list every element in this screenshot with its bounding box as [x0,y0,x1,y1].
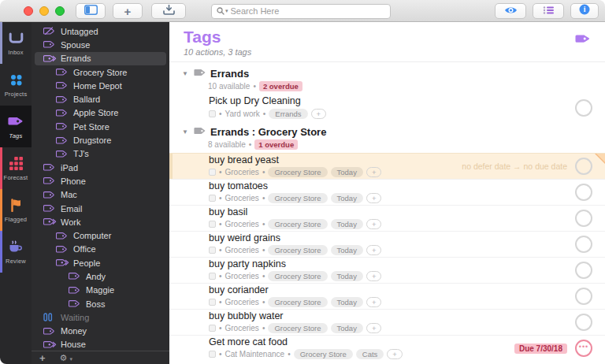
tag-pill[interactable]: Grocery Store [268,167,327,177]
task-row[interactable]: Pick up Dry Cleaning • Yard work • Erran… [169,95,605,121]
sidebar-item-house[interactable]: House [32,338,169,351]
task-row[interactable]: Get more cat food • Cat Maintenance • Gr… [169,335,605,361]
tag-pill[interactable]: Cats [356,349,384,359]
add-tag-pill[interactable]: + [366,219,382,229]
sidebar-item-computer[interactable]: Computer [32,228,169,242]
rail-item-forecast[interactable]: Forecast [0,147,32,189]
tag-pill[interactable]: Today [331,245,363,255]
tag-pill[interactable]: Today [331,297,363,307]
task-complete-circle[interactable] [575,314,592,331]
task-title: Pick up Dry Cleaning [209,96,567,107]
tag-pill[interactable]: Errands [269,109,307,119]
sidebar-item-label: Money [61,326,87,336]
tag-pill[interactable]: Today [331,193,363,203]
task-complete-circle[interactable] [575,236,592,253]
tag-pill[interactable]: Grocery Store [268,323,327,333]
task-row[interactable]: buy bread yeast • Groceries • Grocery St… [169,153,605,179]
section-header[interactable]: ▼ Errands : Grocery Store 8 available • … [169,121,605,153]
section-header[interactable]: ▼ Errands : Apple Store [169,361,605,364]
minimize-button[interactable] [39,6,49,16]
add-tag-pill[interactable]: + [366,245,382,255]
tag-pill[interactable]: Today [331,271,363,281]
task-row[interactable]: buy coriander • Groceries • Grocery Stor… [169,283,605,309]
sidebar-item-mac[interactable]: Mac [32,188,169,202]
search-input[interactable] [231,6,385,16]
view-options-button[interactable] [533,3,564,19]
sidebar-item-grocery-store[interactable]: Grocery Store [32,65,169,79]
task-row[interactable]: buy weird grains • Groceries • Grocery S… [169,231,605,257]
tag-pill[interactable]: Today [331,219,363,229]
sidebar-item-work[interactable]: Work [32,215,169,228]
sidebar-toggle-button[interactable] [76,3,106,19]
tag-pill[interactable]: Grocery Store [268,245,327,255]
sidebar-item-untagged[interactable]: Untagged [32,24,169,38]
sidebar-item-home-depot[interactable]: Home Depot [32,79,169,92]
task-title: Get more cat food [209,337,514,348]
zoom-button[interactable] [55,6,65,16]
sidebar-item-errands[interactable]: Errands [35,52,166,65]
task-complete-circle[interactable] [575,262,592,279]
sidebar-item-phone[interactable]: Phone [32,174,169,188]
sidebar-item-boss[interactable]: Boss [32,297,169,310]
rail-item-review[interactable]: Review [0,231,32,273]
sidebar-item-maggie[interactable]: Maggie [32,284,169,297]
rail-item-flagged[interactable]: Flagged [0,189,32,231]
date-hint: no defer date → no due date [462,162,567,171]
projects-icon [9,72,23,88]
tag-icon [56,81,69,91]
search-scope-chevron-icon[interactable]: ▾ [225,8,228,14]
add-tag-pill[interactable]: + [366,271,382,281]
add-tag-pill[interactable]: + [311,109,327,119]
tag-pill[interactable]: Today [331,167,363,177]
disclosure-triangle-icon[interactable]: ▼ [182,128,190,136]
sidebar-item-people[interactable]: People [32,256,169,269]
task-row[interactable]: buy bubbly water • Groceries • Grocery S… [169,309,605,335]
sidebar-item-ballard[interactable]: Ballard [32,92,169,106]
add-tag-pill[interactable]: + [366,323,382,333]
add-tag-pill[interactable]: + [366,167,382,177]
settings-gear-button[interactable]: ⚙ ▾ [60,353,72,363]
add-action-button[interactable]: + [113,3,143,19]
search-field[interactable]: ▾ [211,4,391,19]
view-eye-button[interactable] [495,3,526,19]
rail-item-projects[interactable]: Projects [0,64,32,106]
task-complete-circle[interactable]: ••• [575,340,592,357]
sidebar-item-spouse[interactable]: Spouse [32,38,169,51]
rail-item-inbox[interactable]: Inbox [0,22,32,64]
task-row[interactable]: buy party napkins • Groceries • Grocery … [169,257,605,283]
sidebar-item-andy[interactable]: Andy [32,269,169,283]
add-tag-pill[interactable]: + [366,193,382,203]
inspector-button[interactable]: i [570,3,599,19]
sidebar-item-office[interactable]: Office [32,243,169,256]
task-complete-circle[interactable] [575,210,592,227]
note-icon [209,299,216,306]
task-complete-circle[interactable] [575,184,592,201]
task-row[interactable]: buy basil • Groceries • Grocery StoreTod… [169,205,605,231]
tag-pill[interactable]: Grocery Store [268,219,327,229]
add-tag-pill[interactable]: + [366,297,382,307]
task-row[interactable]: buy tomatoes • Groceries • Grocery Store… [169,179,605,205]
tag-pill[interactable]: Grocery Store [268,297,327,307]
tag-pill[interactable]: Grocery Store [268,271,327,281]
tag-pill[interactable]: Grocery Store [268,193,327,203]
sidebar-item-money[interactable]: Money [32,325,169,338]
sync-button[interactable] [151,3,186,19]
sidebar-item-ipad[interactable]: iPad [32,161,169,174]
sidebar-item-drugstore[interactable]: Drugstore [32,133,169,147]
section-header[interactable]: ▼ Errands 10 available • 2 overdue [169,62,605,95]
rail-item-tags[interactable]: Tags [0,106,32,147]
tag-pill[interactable]: Grocery Store [294,349,353,359]
disclosure-triangle-icon[interactable]: ▼ [182,70,190,77]
add-tag-button[interactable]: + [39,353,46,363]
task-complete-circle[interactable] [575,288,592,305]
task-complete-circle[interactable] [575,99,592,117]
sidebar-item-email[interactable]: Email [32,202,169,215]
sidebar-item-waiting[interactable]: Waiting [32,310,169,324]
add-tag-pill[interactable]: + [387,349,403,359]
sidebar-item-tj-s[interactable]: TJ's [32,147,169,161]
tag-pill[interactable]: Today [331,323,363,333]
sidebar-item-pet-store[interactable]: Pet Store [32,120,169,133]
sidebar-item-apple-store[interactable]: Apple Store [32,106,169,120]
close-button[interactable] [24,6,33,16]
task-complete-circle[interactable] [575,158,592,175]
